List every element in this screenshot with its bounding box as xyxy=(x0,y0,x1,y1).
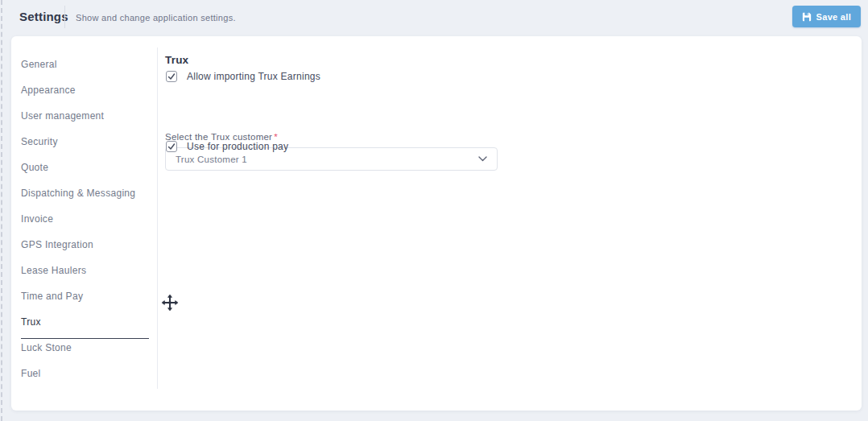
save-icon xyxy=(802,12,812,22)
sidebar-item-label: Lease Haulers xyxy=(21,265,86,276)
sidebar-item-user-management[interactable]: User management xyxy=(11,103,157,129)
sidebar-item-label: Quote xyxy=(21,162,48,173)
page-header: Settings Show and change application set… xyxy=(0,0,868,36)
sidebar-item-gps-integration[interactable]: GPS Integration xyxy=(11,232,157,258)
trux-customer-select-value: Trux Customer 1 xyxy=(176,155,247,164)
sidebar-item-label: General xyxy=(21,59,57,70)
sidebar-item-label: Fuel xyxy=(21,368,41,379)
checkmark-icon xyxy=(167,72,176,80)
window-left-edge xyxy=(1,0,2,421)
settings-card: General Appearance User management Secur… xyxy=(11,36,862,411)
sidebar-item-label: Security xyxy=(21,136,58,147)
checkmark-icon xyxy=(167,142,176,151)
chevron-down-icon xyxy=(478,156,487,162)
sidebar-item-label: Luck Stone xyxy=(21,342,72,353)
allow-importing-label: Allow importing Trux Earnings xyxy=(187,71,320,82)
sidebar-item-security[interactable]: Security xyxy=(11,129,157,155)
move-cursor-icon xyxy=(161,294,179,312)
trux-settings-panel: Trux Allow importing Trux Earnings Selec… xyxy=(165,36,862,411)
production-pay-label: Use for production pay xyxy=(187,141,288,152)
sidebar-item-label: Trux xyxy=(21,316,41,328)
sidebar-item-quote[interactable]: Quote xyxy=(11,155,157,180)
save-all-button[interactable]: Save all xyxy=(792,6,861,27)
page-subtitle: Show and change application settings. xyxy=(76,13,236,23)
sidebar-item-label: Invoice xyxy=(21,213,53,225)
page-title: Settings xyxy=(19,10,68,23)
production-pay-row: Use for production pay xyxy=(165,141,288,152)
sidebar-divider xyxy=(157,47,158,389)
sidebar-item-dispatching-messaging[interactable]: Dispatching & Messaging xyxy=(11,180,157,206)
sidebar-item-label: User management xyxy=(21,110,104,122)
sidebar-item-general[interactable]: General xyxy=(11,52,157,77)
sidebar-item-fuel[interactable]: Fuel xyxy=(11,361,157,386)
allow-importing-checkbox[interactable] xyxy=(166,71,177,82)
allow-importing-row: Allow importing Trux Earnings xyxy=(165,71,320,82)
header-divider xyxy=(64,6,65,28)
sidebar-item-label: Appearance xyxy=(21,85,76,96)
sidebar-item-label: Dispatching & Messaging xyxy=(21,188,135,199)
sidebar-item-appearance[interactable]: Appearance xyxy=(11,77,157,103)
sidebar-item-label: GPS Integration xyxy=(21,239,93,250)
settings-nav: General Appearance User management Secur… xyxy=(11,52,157,386)
sidebar-item-lease-haulers[interactable]: Lease Haulers xyxy=(11,258,157,283)
save-all-label: Save all xyxy=(816,12,851,22)
sidebar-item-trux[interactable]: Trux xyxy=(11,309,157,335)
active-item-underline xyxy=(21,338,149,339)
production-pay-checkbox[interactable] xyxy=(166,141,177,152)
section-title: Trux xyxy=(165,54,188,66)
sidebar-item-invoice[interactable]: Invoice xyxy=(11,206,157,232)
sidebar-item-time-and-pay[interactable]: Time and Pay xyxy=(11,283,157,309)
sidebar-item-label: Time and Pay xyxy=(21,291,83,302)
